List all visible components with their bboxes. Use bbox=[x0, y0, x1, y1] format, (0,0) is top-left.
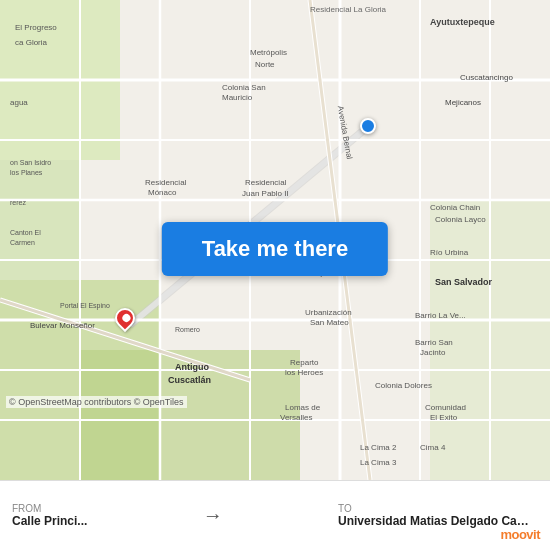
svg-text:Canton El: Canton El bbox=[10, 229, 41, 236]
svg-text:Ayutuxtepeque: Ayutuxtepeque bbox=[430, 17, 495, 27]
svg-text:El Exito: El Exito bbox=[430, 413, 458, 422]
svg-text:Río Urbina: Río Urbina bbox=[430, 248, 469, 257]
svg-text:Romero: Romero bbox=[175, 326, 200, 333]
svg-text:Cuscatancingo: Cuscatancingo bbox=[460, 73, 513, 82]
svg-text:Reparto: Reparto bbox=[290, 358, 319, 367]
svg-text:San Salvador: San Salvador bbox=[435, 277, 493, 287]
svg-text:Colonia Chain: Colonia Chain bbox=[430, 203, 480, 212]
svg-text:ca Gloria: ca Gloria bbox=[15, 38, 48, 47]
svg-text:Residencial La Gloria: Residencial La Gloria bbox=[310, 5, 387, 14]
origin-marker bbox=[360, 118, 376, 134]
svg-text:Colonia Dolores: Colonia Dolores bbox=[375, 381, 432, 390]
svg-text:La Cima 2: La Cima 2 bbox=[360, 443, 397, 452]
svg-text:Juan Pablo II: Juan Pablo II bbox=[242, 189, 289, 198]
map-attribution: © OpenStreetMap contributors © OpenTiles bbox=[6, 396, 187, 408]
svg-text:Urbanización: Urbanización bbox=[305, 308, 352, 317]
svg-text:los Planes: los Planes bbox=[10, 169, 43, 176]
svg-text:Norte: Norte bbox=[255, 60, 275, 69]
svg-text:Mónaco: Mónaco bbox=[148, 188, 177, 197]
svg-text:Lomas de: Lomas de bbox=[285, 403, 321, 412]
svg-text:agua: agua bbox=[10, 98, 28, 107]
to-label: To bbox=[338, 503, 538, 514]
svg-text:Comunidad: Comunidad bbox=[425, 403, 466, 412]
svg-text:Metrópolis: Metrópolis bbox=[250, 48, 287, 57]
svg-text:Residencial: Residencial bbox=[245, 178, 287, 187]
svg-text:on San Isidro: on San Isidro bbox=[10, 159, 51, 166]
svg-text:Jacinto: Jacinto bbox=[420, 348, 446, 357]
svg-text:El Progreso: El Progreso bbox=[15, 23, 57, 32]
svg-text:Residencial: Residencial bbox=[145, 178, 187, 187]
svg-text:Mejicanos: Mejicanos bbox=[445, 98, 481, 107]
svg-text:Versalles: Versalles bbox=[280, 413, 312, 422]
svg-text:los Heroes: los Heroes bbox=[285, 368, 323, 377]
take-me-there-button[interactable]: Take me there bbox=[162, 222, 388, 276]
svg-text:rerez: rerez bbox=[10, 199, 26, 206]
svg-text:Cima 4: Cima 4 bbox=[420, 443, 446, 452]
svg-text:Carmen: Carmen bbox=[10, 239, 35, 246]
svg-text:Mauricio: Mauricio bbox=[222, 93, 253, 102]
svg-text:Antiguo: Antiguo bbox=[175, 362, 209, 372]
to-name: Universidad Matias Delgado Campu... bbox=[338, 514, 538, 528]
to-location: To Universidad Matias Delgado Campu... bbox=[338, 503, 538, 528]
destination-marker bbox=[115, 308, 135, 334]
svg-text:Colonia San: Colonia San bbox=[222, 83, 266, 92]
svg-text:Bulevar Monseñor: Bulevar Monseñor bbox=[30, 321, 95, 330]
svg-text:Colonia Layco: Colonia Layco bbox=[435, 215, 486, 224]
moovit-logo: moovit bbox=[500, 527, 540, 542]
svg-text:San Mateo: San Mateo bbox=[310, 318, 349, 327]
svg-text:Barrio La Ve...: Barrio La Ve... bbox=[415, 311, 466, 320]
from-label: From bbox=[12, 503, 87, 514]
from-location: From Calle Princi... bbox=[12, 503, 87, 528]
arrow-icon: → bbox=[203, 504, 223, 527]
svg-text:Cuscatlán: Cuscatlán bbox=[168, 375, 211, 385]
from-name: Calle Princi... bbox=[12, 514, 87, 528]
bottom-bar: From Calle Princi... → To Universidad Ma… bbox=[0, 480, 550, 550]
map-container: Residencial La Gloria Ayutuxtepeque Cusc… bbox=[0, 0, 550, 480]
svg-text:La Cima 3: La Cima 3 bbox=[360, 458, 397, 467]
svg-text:Barrio San: Barrio San bbox=[415, 338, 453, 347]
svg-text:Portal El Espino: Portal El Espino bbox=[60, 302, 110, 310]
svg-rect-2 bbox=[0, 160, 80, 280]
